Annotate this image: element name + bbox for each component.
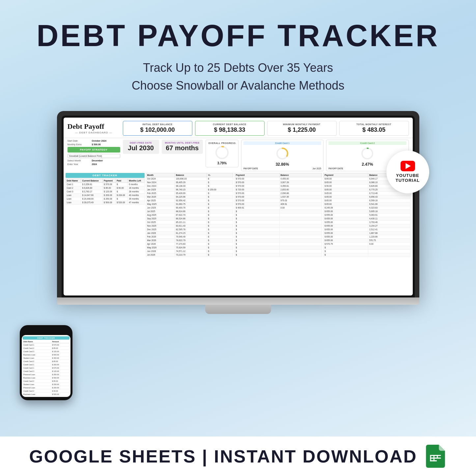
list-item: Student Loan$ 250.00: [23, 383, 70, 386]
table-row: Dec 202498,138.33$: [146, 184, 233, 188]
cc1-payment-panel: Payment Balance $ 570.004,455.00$ 570.00…: [235, 173, 322, 295]
debt-free-date: Jul 2030: [127, 144, 155, 152]
table-row: $: [235, 217, 322, 220]
table-row: $ 85.006,599.16: [323, 199, 410, 202]
cc1-payoff-row: PAYOFF DATE Jun 2025: [243, 167, 321, 170]
table-row: Mar 202678,622.79$: [146, 238, 233, 242]
list-item: Business Loan$ 500.00: [23, 353, 70, 356]
current-debt-card: CURRENT DEBT BALANCE $ 98,138.33: [195, 121, 265, 136]
strategy-select[interactable]: Snowball (Lowest Balance First): [68, 154, 120, 158]
table-row: Apr 202677,270.63$: [146, 242, 233, 246]
table-row: $: [235, 231, 322, 235]
monthly-data-panel: Month Balance +/- Oct 2024100,690.03$Nov…: [146, 173, 233, 295]
table-row: Nov 202583,911.43$: [146, 224, 233, 228]
months-value: 67 months: [165, 144, 200, 152]
col-debt-name: Debt Name: [66, 179, 81, 182]
youtube-badge[interactable]: YOUTUBETUTORIAL: [386, 151, 429, 193]
select-month-row: Select Month December: [68, 159, 120, 162]
table-row: May 202591,660.75$: [146, 202, 233, 206]
list-item: Credit Card 2$ 85.00: [23, 360, 70, 363]
start-date-row: Start Date October 2024: [68, 140, 120, 142]
dashboard-title-block: Debt Payoff — DEBT DASHBOARD —: [68, 121, 120, 136]
table-row: $: [323, 246, 410, 249]
svg-rect-9: [430, 455, 431, 462]
table-row: $ 409.910.00: [235, 206, 322, 210]
table-row: Card 1$ 3,356.81$ 570.00$6 months: [66, 182, 144, 186]
table-row: $ 655.005,695.18: [323, 210, 410, 213]
footer-text: GOOGLE SHEETS | INSTANT DOWNLOAD: [29, 446, 417, 466]
total-interest-value: $ 483.05: [342, 126, 406, 133]
progress-pct: 3.79%: [217, 161, 227, 165]
list-item: Credit Card 2$ 90.00: [23, 389, 70, 393]
table-row: $ 85.006,541.66: [323, 202, 410, 206]
table-row: $: [235, 224, 322, 228]
youtube-label: YOUTUBETUTORIAL: [396, 173, 420, 183]
start-date-label: Start Date: [68, 140, 91, 142]
list-item: Credit Card 2$ 85.00: [23, 347, 70, 350]
table-row: Jun 202590,400.76$: [146, 206, 233, 210]
table-row: $ 655.004,430.11: [323, 217, 410, 220]
tracker-header: DEBT TRACKER: [66, 173, 145, 178]
cc1-pct: 32.86%: [243, 162, 321, 167]
table-row: $ 655.003,154.27: [323, 224, 410, 228]
table-row: $: [235, 246, 322, 249]
youtube-play-button[interactable]: [401, 161, 415, 171]
monthly-extra-label: Monthly Extra: [68, 143, 91, 146]
table-row: $ 570.002,096.88: [235, 191, 322, 195]
phone-device: DEBT TRACKER Debt Name Amount Credit Car…: [20, 325, 72, 400]
laptop-outer-frame: Debt Payoff — DEBT DASHBOARD — INITIAL D…: [57, 111, 419, 297]
cc2-title: Credit Card 2: [328, 141, 406, 145]
select-month-value: December: [92, 159, 103, 162]
table-row: $ 570.004,455.00: [235, 177, 322, 181]
initial-debt-label: INITIAL DEBT BALANCE: [126, 123, 189, 126]
laptop-stand: [205, 305, 271, 314]
table-row: $: [235, 235, 322, 238]
table-row: $: [235, 213, 322, 217]
svg-rect-6: [430, 455, 441, 456]
col-paid: Paid: [116, 179, 128, 182]
table-row: $ 655.005,063.91: [323, 213, 410, 217]
min-payment-card: MINIMUM MONTHLY PAYMENT $ 1,225.00: [267, 121, 337, 136]
svg-rect-10: [433, 455, 434, 462]
monthly-table: Month Balance +/- Oct 2024100,690.03$Nov…: [146, 173, 233, 257]
enter-year-value: 2024: [92, 163, 97, 165]
progress-label: OVERALL PROGRESS: [208, 142, 236, 144]
overall-progress-block: OVERALL PROGRESS 3.79%: [206, 140, 238, 167]
list-item: Personal Loan$ 200.00: [23, 386, 70, 389]
page-title: DEBT PAYOFF TRACKER: [0, 20, 476, 52]
debt-free-label: DEBT-FREE DATE: [127, 142, 155, 144]
list-item: Credit Card 1$ 200.00: [23, 363, 70, 366]
table-row: $ 85.006,656.43: [323, 195, 410, 199]
table-row: $ 245.096,323.83: [323, 206, 410, 210]
laptop-screen-border: Debt Payoff — DEBT DASHBOARD — INITIAL D…: [62, 116, 415, 297]
list-item: Business Loan$ 520.00: [23, 393, 70, 396]
total-interest-label: TOTAL MONTHLY INTEREST: [342, 123, 406, 126]
table-row: $ 570.00409.91: [235, 202, 322, 206]
table-row: Jan 202681,274.15$: [146, 231, 233, 235]
table-row: Dec 202582,595.78$: [146, 228, 233, 231]
payoff-strategy-btn[interactable]: PAYOFF STRATEGY: [68, 147, 120, 153]
monthly-extra-value: $ 500.00: [92, 143, 101, 146]
svg-point-0: [216, 147, 228, 158]
table-row: $: [235, 249, 322, 253]
table-row: Aug 202587,622.70$: [146, 213, 233, 217]
list-item: Credit Card 3$ 120.00: [23, 350, 70, 353]
table-row: $ 720.002,653.60: [235, 188, 322, 191]
table-row: Apr 202592,956.42$: [146, 199, 233, 202]
table-row: $: [235, 238, 322, 242]
table-row: Oct 202585,221.11$: [146, 220, 233, 224]
table-row: $: [235, 220, 322, 224]
table-row: $ 570.00975.03: [235, 199, 322, 202]
months-block: MONTHS UNTIL DEBT-FREE 67 months: [162, 140, 203, 154]
table-row: Loan$ 39,075.49$ 500.00$ 520.0047 months: [66, 201, 144, 204]
table-row: Sep 202586,524.86$: [146, 217, 233, 220]
table-row: $ 655.00570.75: [323, 238, 410, 242]
table-row: Jul 202673,210.79$: [146, 253, 233, 257]
min-payment-value: $ 1,225.00: [270, 126, 334, 133]
cc1-title: Credit Card 1: [243, 141, 321, 145]
current-debt-label: CURRENT DEBT BALANCE: [198, 123, 262, 126]
table-row: Loan$ 24,448.00$ 250.00$35 months: [66, 197, 144, 201]
table-row: Oct 2024100,690.03$: [146, 177, 233, 181]
cc2-payment-panel: Payment Balance $ 85.006,944.17$ 85.006,…: [323, 173, 410, 295]
tracker-table: Debt Name Current Balance Payment Paid M…: [66, 179, 145, 205]
